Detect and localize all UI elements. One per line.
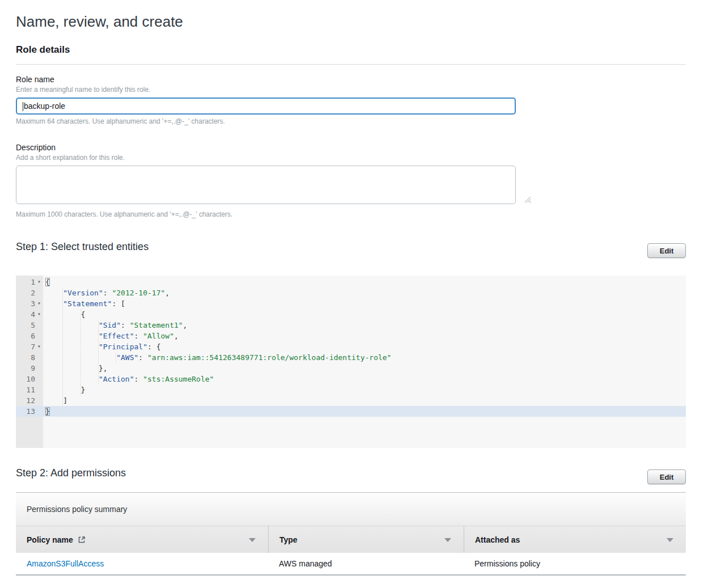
textarea-resize-handle[interactable] bbox=[524, 196, 531, 202]
code-line[interactable]: 1▾{ bbox=[16, 277, 686, 287]
page-title: Name, review, and create bbox=[16, 13, 183, 31]
code-text: }, bbox=[45, 363, 108, 374]
role-name-input[interactable] bbox=[16, 98, 516, 115]
code-text: "Principal": { bbox=[45, 341, 160, 352]
line-number: 3 bbox=[16, 298, 35, 309]
code-line[interactable]: 10"Action": "sts:AssumeRole" bbox=[16, 374, 686, 384]
name-review-create-page: Name, review, and create Role details Ro… bbox=[0, 0, 704, 588]
line-number: 5 bbox=[16, 320, 35, 331]
column-header-type[interactable]: Type bbox=[268, 526, 464, 553]
code-line[interactable]: 4▾{ bbox=[16, 309, 686, 320]
code-text: { bbox=[45, 277, 50, 287]
role-name-constraint: Maximum 64 characters. Use alphanumeric … bbox=[16, 117, 225, 125]
policy-type-cell: AWS managed bbox=[268, 559, 464, 568]
fold-arrow-icon[interactable]: ▾ bbox=[37, 298, 43, 308]
code-text: } bbox=[45, 384, 85, 395]
description-constraint: Maximum 1000 characters. Use alphanumeri… bbox=[16, 210, 232, 218]
code-line[interactable]: 2"Version": "2012-10-17", bbox=[16, 287, 686, 298]
attached-as-cell: Permissions policy bbox=[464, 559, 686, 568]
line-number: 2 bbox=[16, 287, 35, 298]
step2-heading: Step 2: Add permissions bbox=[16, 467, 126, 479]
code-text: "Statement": [ bbox=[45, 298, 125, 309]
line-number: 7 bbox=[16, 341, 35, 352]
line-number: 4 bbox=[16, 309, 35, 320]
step1-edit-button[interactable]: Edit bbox=[647, 243, 686, 258]
description-textarea[interactable] bbox=[16, 166, 516, 204]
role-name-help: Enter a meaningful name to identify this… bbox=[16, 86, 150, 94]
line-number: 10 bbox=[16, 374, 35, 384]
step2-edit-button[interactable]: Edit bbox=[647, 469, 686, 484]
code-text: "Action": "sts:AssumeRole" bbox=[45, 374, 214, 384]
code-text: "Sid": "Statement1", bbox=[45, 320, 187, 331]
fold-arrow-icon[interactable]: ▾ bbox=[37, 341, 43, 352]
line-number: 12 bbox=[16, 395, 35, 406]
line-number: 6 bbox=[16, 331, 35, 341]
table-row: AmazonS3FullAccess AWS managed Permissio… bbox=[16, 553, 686, 576]
code-text: "AWS": "arn:aws:iam::541263489771:role/w… bbox=[45, 352, 391, 363]
code-line[interactable]: 9}, bbox=[16, 363, 686, 374]
fold-arrow-icon[interactable]: ▾ bbox=[37, 308, 43, 319]
code-text: "Effect": "Allow", bbox=[45, 331, 179, 341]
permissions-table-header: Policy name Type Attached as bbox=[16, 526, 686, 553]
editor-lines: 1▾{2"Version": "2012-10-17",3▾"Statement… bbox=[16, 277, 686, 417]
code-line[interactable]: 8"AWS": "arn:aws:iam::541263489771:role/… bbox=[16, 352, 686, 363]
filter-dropdown-icon[interactable] bbox=[667, 538, 673, 542]
code-line[interactable]: 6"Effect": "Allow", bbox=[16, 331, 686, 341]
policy-name-link[interactable]: AmazonS3FullAccess bbox=[27, 559, 104, 568]
fold-arrow-icon[interactable]: ▾ bbox=[37, 276, 43, 287]
code-line[interactable]: 3▾"Statement": [ bbox=[16, 298, 686, 309]
code-text: { bbox=[45, 309, 85, 320]
line-number: 8 bbox=[16, 352, 35, 363]
permissions-panel-title: Permissions policy summary bbox=[27, 505, 127, 514]
line-number: 13 bbox=[16, 406, 35, 417]
code-line[interactable]: 12] bbox=[16, 395, 686, 406]
role-details-divider bbox=[16, 64, 686, 65]
code-text: "Version": "2012-10-17", bbox=[45, 287, 169, 298]
column-header-attached-as[interactable]: Attached as bbox=[464, 526, 686, 553]
description-label: Description bbox=[16, 143, 56, 152]
permissions-panel-header: Permissions policy summary bbox=[16, 492, 686, 526]
trust-policy-editor[interactable]: 1▾{2"Version": "2012-10-17",3▾"Statement… bbox=[16, 276, 686, 448]
external-link-icon[interactable] bbox=[78, 536, 86, 544]
code-text: ] bbox=[45, 395, 67, 406]
code-line[interactable]: 13} bbox=[16, 406, 686, 417]
line-number: 11 bbox=[16, 384, 35, 395]
filter-dropdown-icon[interactable] bbox=[249, 538, 256, 542]
role-name-label: Role name bbox=[16, 75, 54, 84]
role-details-heading: Role details bbox=[16, 44, 70, 56]
column-header-policy-name[interactable]: Policy name bbox=[16, 526, 268, 553]
description-help: Add a short explanation for this role. bbox=[16, 154, 125, 162]
line-number: 1 bbox=[16, 277, 35, 287]
code-text: } bbox=[45, 406, 50, 417]
permissions-summary-panel: Permissions policy summary Policy name T… bbox=[16, 492, 686, 576]
step1-heading: Step 1: Select trusted entities bbox=[16, 241, 149, 253]
code-line[interactable]: 7▾"Principal": { bbox=[16, 341, 686, 352]
code-line[interactable]: 11} bbox=[16, 384, 686, 395]
code-line[interactable]: 5"Sid": "Statement1", bbox=[16, 320, 686, 331]
line-number: 9 bbox=[16, 363, 35, 374]
filter-dropdown-icon[interactable] bbox=[444, 538, 451, 542]
